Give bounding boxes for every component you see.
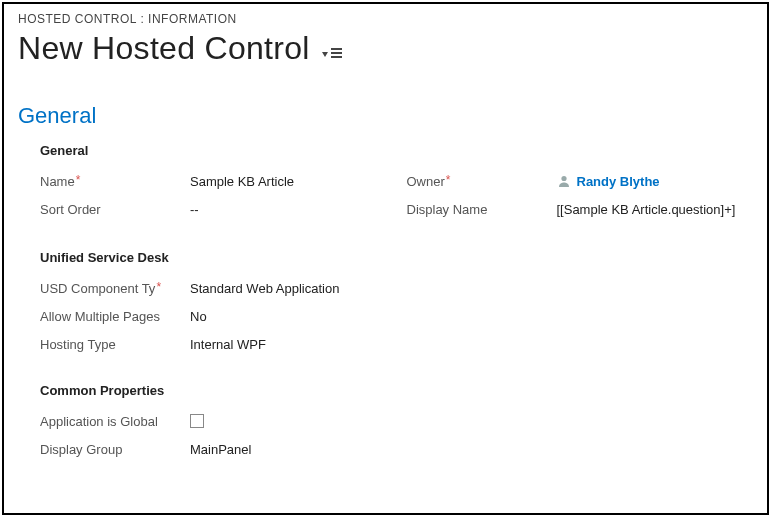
value-sort-order[interactable]: -- xyxy=(190,202,387,217)
value-display-name[interactable]: [[Sample KB Article.question]+] xyxy=(557,202,754,217)
form-page: HOSTED CONTROL : INFORMATION New Hosted … xyxy=(2,2,769,515)
subsection-usd: Unified Service Desk USD Component Ty* S… xyxy=(40,250,753,357)
required-star-icon: * xyxy=(76,173,81,187)
svg-point-0 xyxy=(561,176,566,181)
value-display-group[interactable]: MainPanel xyxy=(190,442,753,457)
label-display-name: Display Name xyxy=(407,202,557,217)
field-sort-order: Sort Order -- xyxy=(40,196,387,222)
field-display-group: Display Group MainPanel xyxy=(40,436,753,462)
value-app-global xyxy=(190,414,753,428)
label-sort-order: Sort Order xyxy=(40,202,190,217)
field-app-global: Application is Global xyxy=(40,408,753,434)
label-name: Name* xyxy=(40,174,190,189)
subsection-common: Common Properties Application is Global … xyxy=(40,383,753,462)
field-display-name: Display Name [[Sample KB Article.questio… xyxy=(407,196,754,222)
value-component-type[interactable]: Standard Web Application xyxy=(190,281,753,296)
field-component-type: USD Component Ty* Standard Web Applicati… xyxy=(40,275,753,301)
field-owner: Owner* Randy Blythe xyxy=(407,168,754,194)
label-allow-multi: Allow Multiple Pages xyxy=(40,309,190,324)
page-title: New Hosted Control xyxy=(18,30,310,67)
required-star-icon: * xyxy=(156,280,161,294)
value-owner[interactable]: Randy Blythe xyxy=(557,174,754,189)
value-allow-multi[interactable]: No xyxy=(190,309,753,324)
label-app-global: Application is Global xyxy=(40,414,190,429)
title-row: New Hosted Control xyxy=(18,30,753,67)
subsection-general: General Name* Sample KB Article Sort Ord… xyxy=(40,143,753,224)
field-name: Name* Sample KB Article xyxy=(40,168,387,194)
subsection-header-common: Common Properties xyxy=(40,383,753,398)
checkbox-app-global[interactable] xyxy=(190,414,204,428)
menu-lines-icon xyxy=(331,48,342,58)
subsection-header-usd: Unified Service Desk xyxy=(40,250,753,265)
breadcrumb: HOSTED CONTROL : INFORMATION xyxy=(18,12,753,26)
field-allow-multi: Allow Multiple Pages No xyxy=(40,303,753,329)
label-owner: Owner* xyxy=(407,174,557,189)
label-component-type: USD Component Ty* xyxy=(40,281,190,296)
section-title: General xyxy=(18,103,753,129)
value-name[interactable]: Sample KB Article xyxy=(190,174,387,189)
chevron-down-icon xyxy=(322,52,328,57)
value-hosting-type[interactable]: Internal WPF xyxy=(190,337,753,352)
label-display-group: Display Group xyxy=(40,442,190,457)
title-menu-icon[interactable] xyxy=(322,48,342,58)
owner-link[interactable]: Randy Blythe xyxy=(577,174,660,189)
label-hosting-type: Hosting Type xyxy=(40,337,190,352)
required-star-icon: * xyxy=(446,173,451,187)
subsection-header-general: General xyxy=(40,143,753,158)
person-icon xyxy=(557,174,571,188)
field-hosting-type: Hosting Type Internal WPF xyxy=(40,331,753,357)
